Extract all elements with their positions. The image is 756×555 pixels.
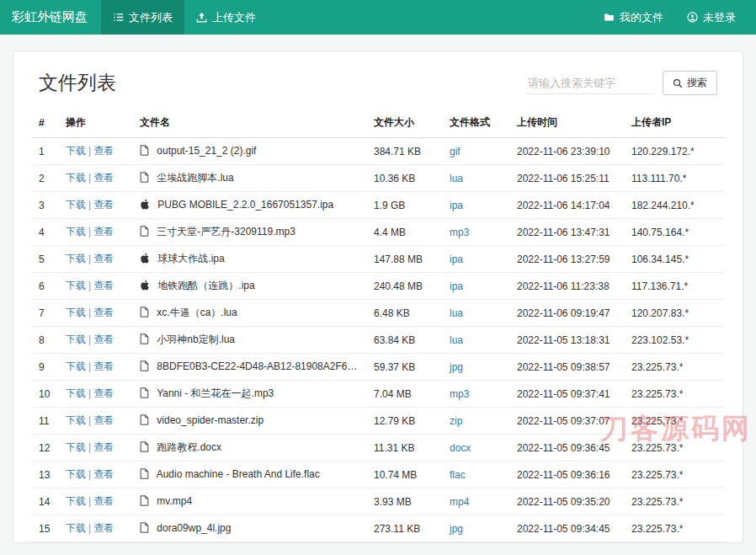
download-link[interactable]: 下载 <box>66 253 86 264</box>
file-format-link[interactable]: lua <box>450 173 463 184</box>
navbar-right: 我的文件 未登录 <box>592 0 756 35</box>
view-link[interactable]: 查看 <box>93 441 114 453</box>
nav-item-upload[interactable]: 上传文件 <box>184 0 268 35</box>
file-format-link[interactable]: ipa <box>450 200 463 211</box>
nav-item-label: 未登录 <box>703 10 736 25</box>
download-link[interactable]: 下载 <box>66 495 86 507</box>
view-link[interactable]: 查看 <box>93 468 114 480</box>
nav-item-my-files[interactable]: 我的文件 <box>592 0 675 35</box>
file-size: 63.84 KB <box>367 327 443 354</box>
uploader-ip: 120.207.83.* <box>625 300 724 327</box>
nav-item-login-status[interactable]: 未登录 <box>675 0 748 35</box>
file-format-link[interactable]: jpg <box>450 361 463 373</box>
file-name[interactable]: video_spider-master.zip <box>157 414 264 426</box>
file-name[interactable]: 8BDFE0B3-CE22-4D48-AB12-81908A2F6236_hd.… <box>157 360 367 372</box>
nav-item-file-list[interactable]: 文件列表 <box>101 0 184 35</box>
row-index: 1 <box>32 138 59 165</box>
file-format-link[interactable]: mp3 <box>450 388 469 400</box>
file-format-link[interactable]: lua <box>450 334 463 346</box>
file-name-cell: xc.牛逼（ca）.lua <box>133 300 367 327</box>
view-link[interactable]: 查看 <box>93 199 114 211</box>
file-format-link[interactable]: ipa <box>450 253 463 265</box>
download-link[interactable]: 下载 <box>66 468 86 480</box>
upload-time: 2022-11-06 23:39:10 <box>510 138 625 165</box>
col-header-index: # <box>32 108 59 138</box>
navbar: 彩虹外链网盘 文件列表 上传文件 我的文件 未登录 <box>0 0 756 35</box>
file-name[interactable]: Yanni - 和兰花在一起.mp3 <box>157 387 274 399</box>
file-name[interactable]: 三寸天堂-严艺丹-3209119.mp3 <box>157 226 295 237</box>
search-input[interactable] <box>526 72 654 94</box>
table-row: 2 下载|查看 尘埃战跑脚本.lua 10.36 KB lua 2022-11-… <box>32 165 724 192</box>
view-link[interactable]: 查看 <box>93 307 114 318</box>
file-name[interactable]: 尘埃战跑脚本.lua <box>157 172 233 184</box>
download-link[interactable]: 下载 <box>66 280 86 291</box>
file-format-cell: docx <box>443 435 510 462</box>
download-link[interactable]: 下载 <box>66 522 86 534</box>
file-format-link[interactable]: mp3 <box>450 227 469 238</box>
view-link[interactable]: 查看 <box>93 360 114 372</box>
action-separator: | <box>88 280 91 291</box>
view-link[interactable]: 查看 <box>93 414 114 426</box>
view-link[interactable]: 查看 <box>93 387 114 399</box>
file-icon <box>140 360 149 374</box>
view-link[interactable]: 查看 <box>93 280 114 291</box>
file-name[interactable]: xc.牛逼（ca）.lua <box>157 307 237 318</box>
row-actions: 下载|查看 <box>59 246 133 273</box>
file-name-cell: mv.mp4 <box>133 488 367 515</box>
file-format-link[interactable]: zip <box>450 415 462 427</box>
file-icon <box>140 387 149 401</box>
download-link[interactable]: 下载 <box>66 334 86 345</box>
download-link[interactable]: 下载 <box>66 441 86 453</box>
download-link[interactable]: 下载 <box>66 307 86 318</box>
view-link[interactable]: 查看 <box>93 253 114 264</box>
upload-time: 2022-11-05 09:37:41 <box>510 381 625 408</box>
file-format-link[interactable]: jpg <box>450 523 463 535</box>
table-row: 12 下载|查看 跑路教程.docx 11.31 KB docx 2022-11… <box>32 435 724 462</box>
row-index: 8 <box>32 327 59 354</box>
file-format-link[interactable]: docx <box>450 442 471 454</box>
file-name[interactable]: PUBG MOBILE_2.2.0_1667051357.ipa <box>157 199 333 211</box>
download-link[interactable]: 下载 <box>66 172 86 184</box>
file-name[interactable]: 球球大作战.ipa <box>157 253 224 264</box>
row-actions: 下载|查看 <box>59 219 133 246</box>
file-format-link[interactable]: flac <box>450 469 466 481</box>
download-link[interactable]: 下载 <box>66 360 86 372</box>
file-size: 7.04 MB <box>367 381 443 408</box>
view-link[interactable]: 查看 <box>93 522 114 534</box>
uploader-ip: 23.225.73.* <box>625 488 724 515</box>
file-name[interactable]: 小羽神nb定制.lua <box>157 334 235 345</box>
file-format-link[interactable]: lua <box>450 307 463 319</box>
file-format-link[interactable]: gif <box>450 146 461 157</box>
file-icon <box>140 226 149 239</box>
file-name[interactable]: 地铁跑酷（连跳）.ipa <box>157 280 254 291</box>
view-link[interactable]: 查看 <box>93 495 114 507</box>
file-name[interactable]: Audio machine - Breath And Life.flac <box>157 468 320 480</box>
action-separator: | <box>88 468 91 480</box>
download-link[interactable]: 下载 <box>66 414 86 426</box>
file-name[interactable]: mv.mp4 <box>157 495 192 507</box>
view-link[interactable]: 查看 <box>93 226 114 237</box>
file-icon <box>140 145 149 158</box>
file-table-body: 1 下载|查看 output-15_21_2 (2).gif 384.71 KB… <box>32 138 724 542</box>
file-name[interactable]: 跑路教程.docx <box>157 441 221 453</box>
file-format-link[interactable]: mp4 <box>450 496 469 508</box>
action-separator: | <box>88 387 91 399</box>
view-link[interactable]: 查看 <box>93 145 114 157</box>
file-size: 273.11 KB <box>367 515 443 542</box>
file-name[interactable]: output-15_21_2 (2).gif <box>157 145 256 157</box>
file-icon <box>140 172 149 185</box>
row-actions: 下载|查看 <box>59 488 133 515</box>
view-link[interactable]: 查看 <box>93 334 114 345</box>
download-link[interactable]: 下载 <box>66 387 86 399</box>
view-link[interactable]: 查看 <box>93 172 114 184</box>
file-format-link[interactable]: ipa <box>450 280 463 292</box>
download-link[interactable]: 下载 <box>66 226 86 237</box>
download-link[interactable]: 下载 <box>66 199 86 211</box>
file-name[interactable]: dora09wp_4l.jpg <box>157 522 231 534</box>
search-button[interactable]: 搜索 <box>663 71 717 95</box>
row-index: 4 <box>32 219 59 246</box>
brand[interactable]: 彩虹外链网盘 <box>0 0 101 35</box>
download-link[interactable]: 下载 <box>66 145 86 157</box>
nav-item-label: 上传文件 <box>212 10 256 25</box>
uploader-ip: 23.225.73.* <box>625 435 724 462</box>
